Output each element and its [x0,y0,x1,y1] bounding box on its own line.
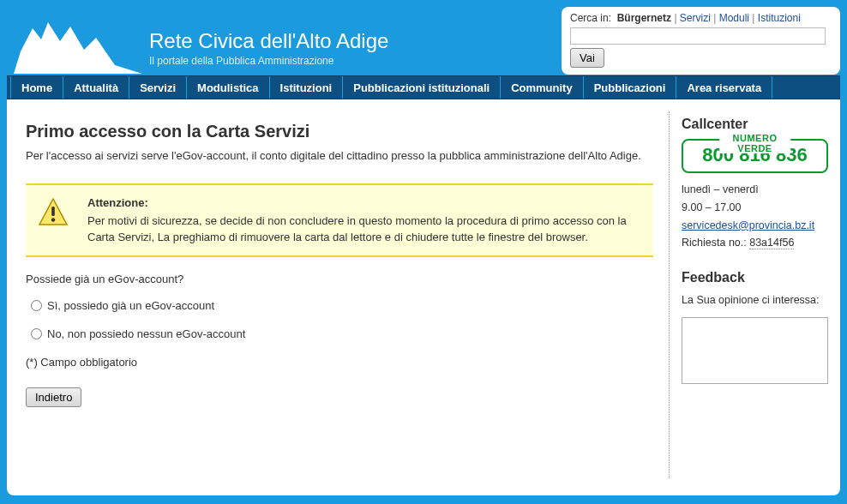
nav-pubblicazioni[interactable]: Pubblicazioni [584,76,677,99]
svg-rect-1 [51,207,55,216]
servicedesk-email[interactable]: servicedesk@provincia.bz.it [682,219,814,231]
feedback-prompt: La Sua opinione ci interessa: [682,292,828,309]
warning-icon [38,197,69,228]
required-note: (*) Campo obbligatorio [26,356,653,369]
nav-home[interactable]: Home [10,76,63,99]
search-current-scope: Bürgernetz [617,12,671,24]
nav-pubblicazioni-ist[interactable]: Pubblicazioni istituzionali [343,76,501,99]
question-text: Possiede già un eGov-account? [26,273,653,285]
radio-no-label: No, non possiedo nessun eGov-account [47,327,245,340]
nav-area-riservata[interactable]: Area riservata [676,76,772,99]
radio-yes-row[interactable]: Sì, possiedo già un eGov-account [31,299,653,312]
mountain-logo-icon [14,22,142,74]
nav-istituzioni[interactable]: Istituzioni [270,76,344,99]
warning-body: Per motivi di sicurezza, se decide di no… [87,214,627,243]
green-number-tag: NUMERO VERDE [719,133,791,153]
sidebar: Callcenter NUMERO VERDE 800 816 836 lune… [669,111,840,478]
radio-no-row[interactable]: No, non possiedo nessun eGov-account [31,327,653,340]
warning-box: Attenzione: Per motivi di sicurezza, se … [26,183,653,258]
request-label: Richiesta no.: [682,237,747,249]
radio-yes-label: Sì, possiedo già un eGov-account [47,299,214,312]
warning-title: Attenzione: [87,195,641,212]
main-column: Primo accesso con la Carta Servizi Per l… [7,111,669,478]
search-scope-istituzioni[interactable]: Istituzioni [758,12,801,24]
site-title: Rete Civica dell'Alto Adige [149,29,388,53]
green-number-box: NUMERO VERDE 800 816 836 [682,139,828,173]
search-label: Cerca in: [570,12,611,24]
radio-no[interactable] [31,328,42,339]
nav-servizi[interactable]: Servizi [129,76,187,99]
svg-point-2 [51,218,55,221]
site-subtitle: Il portale della Pubblica Amministrazion… [149,55,388,67]
page-title: Primo accesso con la Carta Servizi [26,122,653,141]
search-box: Cerca in: Bürgernetz | Servizi | Moduli … [562,7,840,75]
main-nav: Home Attualità Servizi Modulistica Istit… [7,75,840,99]
search-button[interactable]: Vai [570,48,604,68]
feedback-textarea[interactable] [682,317,828,384]
nav-modulistica[interactable]: Modulistica [187,76,270,99]
radio-yes[interactable] [31,300,42,311]
search-input[interactable] [570,27,826,45]
search-scope-moduli[interactable]: Moduli [719,12,749,24]
nav-community[interactable]: Community [501,76,584,99]
hours-time: 9.00 – 17.00 [682,200,828,216]
request-number: 83a14f56 [749,237,794,249]
logo-area: Rete Civica dell'Alto Adige Il portale d… [7,7,388,74]
hours-days: lunedì – venerdì [682,182,828,198]
header: Rete Civica dell'Alto Adige Il portale d… [7,7,840,75]
content: Primo accesso con la Carta Servizi Per l… [7,99,840,495]
search-scope-line: Cerca in: Bürgernetz | Servizi | Moduli … [570,12,832,24]
callcenter-heading: Callcenter [682,117,828,132]
search-scope-servizi[interactable]: Servizi [680,12,711,24]
feedback-heading: Feedback [682,270,828,285]
nav-attualita[interactable]: Attualità [63,76,129,99]
lead-text: Per l'accesso ai servizi serve l'eGov-ac… [26,148,653,165]
back-button[interactable]: Indietro [26,387,81,407]
